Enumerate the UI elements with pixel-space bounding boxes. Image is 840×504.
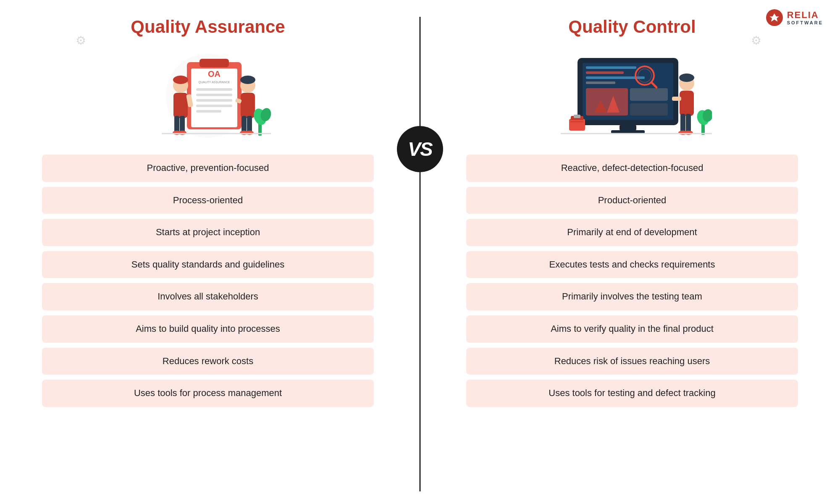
vs-text: VS [408, 138, 432, 160]
qa-item-7: Uses tools for process management [42, 380, 374, 407]
logo: RELIA SOFTWARE [765, 8, 823, 27]
svg-rect-42 [630, 88, 668, 101]
svg-rect-5 [200, 59, 229, 67]
vs-line [420, 17, 421, 491]
qa-column: Quality Assurance OA QUALITY ASSURANCE [25, 17, 391, 491]
qc-item-6: Reduces risk of issues reaching users [466, 348, 798, 375]
svg-rect-25 [247, 116, 252, 133]
qc-illustration [466, 45, 798, 146]
svg-rect-37 [586, 66, 636, 69]
gear-icon-left: ⚙ [76, 34, 89, 47]
svg-point-14 [173, 76, 188, 84]
qc-item-5: Aims to verify quality in the final prod… [466, 315, 798, 343]
logo-relia: RELIA [787, 10, 823, 20]
qc-item-0: Reactive, defect-detection-focused [466, 155, 798, 182]
svg-rect-16 [174, 116, 179, 133]
svg-rect-12 [196, 110, 221, 113]
qc-item-4: Primarily involves the testing team [466, 283, 798, 310]
svg-rect-24 [242, 116, 247, 133]
svg-rect-46 [620, 125, 636, 130]
logo-text: RELIA SOFTWARE [787, 10, 823, 25]
svg-point-52 [679, 74, 694, 82]
svg-rect-40 [586, 81, 615, 84]
gear-icon-right: ⚙ [751, 34, 764, 47]
svg-rect-43 [630, 103, 668, 116]
svg-rect-54 [680, 114, 685, 133]
qa-svg: OA QUALITY ASSURANCE [136, 50, 279, 142]
logo-software: SOFTWARE [787, 20, 823, 25]
svg-text:OA: OA [208, 69, 220, 79]
svg-rect-58 [672, 97, 681, 101]
svg-rect-15 [173, 93, 188, 118]
qc-item-1: Product-oriented [466, 187, 798, 214]
columns-container: Quality Assurance OA QUALITY ASSURANCE [25, 17, 815, 491]
svg-text:QUALITY ASSURANCE: QUALITY ASSURANCE [199, 81, 230, 84]
svg-rect-64 [574, 115, 580, 118]
qa-item-5: Aims to build quality into processes [42, 315, 374, 343]
svg-rect-8 [196, 88, 232, 91]
qc-item-7: Uses tools for testing and defect tracki… [466, 380, 798, 407]
qa-illustration: OA QUALITY ASSURANCE [42, 45, 374, 146]
qa-title: Quality Assurance [131, 17, 285, 37]
qa-item-0: Proactive, prevention-focused [42, 155, 374, 182]
qa-item-6: Reduces rework costs [42, 348, 374, 375]
svg-rect-17 [180, 116, 185, 133]
svg-rect-23 [241, 93, 255, 118]
svg-rect-9 [196, 94, 232, 96]
svg-rect-38 [586, 71, 624, 74]
svg-rect-53 [680, 91, 694, 116]
qa-item-4: Involves all stakeholders [42, 283, 374, 310]
qc-column: Quality Control [449, 17, 815, 491]
page-container: RELIA SOFTWARE ⚙ ⚙ Quality Assurance [0, 0, 840, 504]
qa-item-1: Process-oriented [42, 187, 374, 214]
svg-rect-41 [586, 88, 628, 116]
vs-badge: VS [397, 126, 443, 172]
qa-item-3: Sets quality standards and guidelines [42, 251, 374, 278]
qc-item-3: Executes tests and checks requirements [466, 251, 798, 278]
svg-rect-62 [569, 119, 585, 131]
qc-svg [552, 50, 712, 142]
svg-point-22 [240, 76, 255, 84]
vs-divider: VS [391, 17, 449, 491]
svg-rect-10 [196, 99, 232, 102]
logo-icon [765, 8, 784, 27]
qa-item-2: Starts at project inception [42, 219, 374, 246]
svg-rect-55 [686, 114, 691, 133]
qc-item-2: Primarily at end of development [466, 219, 798, 246]
qc-title: Quality Control [568, 17, 696, 37]
svg-rect-11 [196, 105, 232, 107]
qc-items-list: Reactive, defect-detection-focusedProduc… [466, 155, 798, 407]
qa-items-list: Proactive, prevention-focusedProcess-ori… [42, 155, 374, 407]
